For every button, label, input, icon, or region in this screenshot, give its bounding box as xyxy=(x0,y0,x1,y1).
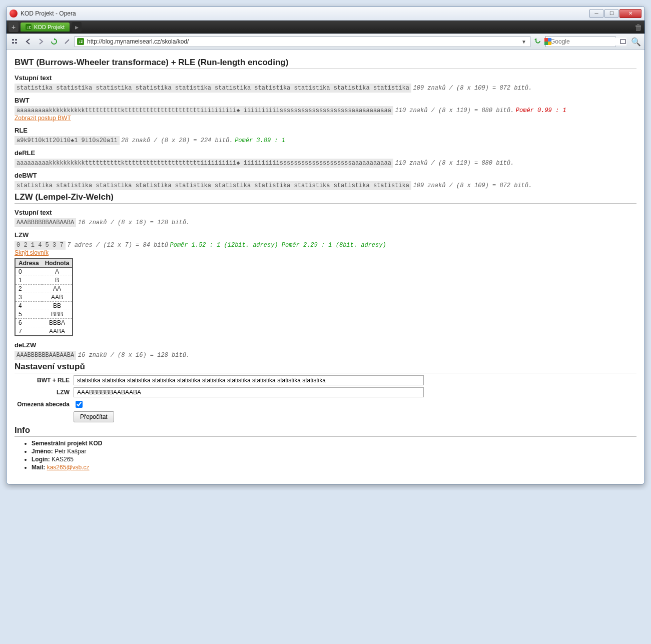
bwt-show-steps-link[interactable]: Zobrazit postup BWT xyxy=(15,115,71,122)
derle-data: aaaaaaaaakkkkkkkkkkttttttttttktttttttttt… xyxy=(15,159,393,168)
dict-cell-address: 6 xyxy=(15,319,42,327)
table-row: 7AABA xyxy=(15,327,73,336)
view-icon[interactable] xyxy=(617,36,628,47)
toolbar: ↓z ▼ 🔍 xyxy=(7,34,644,50)
info-heading: Info xyxy=(15,425,636,437)
dict-cell-address: 0 xyxy=(15,268,42,276)
browser-window: KOD Projekt - Opera ─ ☐ ✕ + ↓z KOD Proje… xyxy=(6,6,645,484)
bwt-input-label: Vstupní text xyxy=(15,74,636,82)
dict-cell-value: B xyxy=(42,276,73,285)
dict-cell-value: AAB xyxy=(42,293,73,302)
search-box[interactable] xyxy=(545,36,615,47)
bwt-input-data: statistika statistika statistika statist… xyxy=(15,84,411,93)
info-mail-label: Mail: xyxy=(32,464,45,471)
delzw-data: AAABBBBBBAABAABA xyxy=(15,351,76,360)
new-tab-button[interactable]: + xyxy=(9,22,19,32)
lzw-input-label: Vstupní text xyxy=(15,209,636,216)
delzw-stats: 16 znaků / (8 x 16) = 128 bitů. xyxy=(78,352,190,359)
search-input[interactable] xyxy=(549,38,626,46)
info-project: Semestrální projekt KOD xyxy=(32,440,102,447)
minimize-button[interactable]: ─ xyxy=(589,9,603,18)
debwt-stats: 109 znaků / (8 x 109) = 872 bitů. xyxy=(413,182,532,189)
tab-active[interactable]: ↓z KOD Projekt xyxy=(21,23,70,32)
wand-icon[interactable] xyxy=(62,36,73,47)
table-row: 5BBB xyxy=(15,310,73,319)
info-list: Semestrální projekt KOD Jméno: Petr Kašp… xyxy=(15,440,636,471)
svg-rect-1 xyxy=(15,39,17,41)
settings-alphabet-label: Omezená abeceda xyxy=(15,401,70,408)
tab-bar: + ↓z KOD Projekt ▸ 🗑 xyxy=(7,21,644,34)
lzw-input-stats: 16 znaků / (8 x 16) = 128 bitů. xyxy=(78,219,190,226)
opera-icon xyxy=(10,10,18,18)
zoom-icon[interactable]: 🔍 xyxy=(630,36,641,47)
lzw-heading: LZW (Lempel-Ziv-Welch) xyxy=(15,192,636,204)
delzw-label: deLZW xyxy=(15,341,636,349)
panel-icon[interactable] xyxy=(10,36,21,47)
bwt-input-stats: 109 znaků / (8 x 109) = 872 bitů. xyxy=(413,85,532,92)
dict-cell-value: BBB xyxy=(42,310,73,319)
close-button[interactable]: ✕ xyxy=(619,9,641,18)
lzw-out-label: LZW xyxy=(15,231,636,239)
maximize-button[interactable]: ☐ xyxy=(604,9,618,18)
dict-header-address: Adresa xyxy=(15,259,42,268)
svg-rect-4 xyxy=(620,40,625,44)
dict-cell-value: AABA xyxy=(42,327,73,336)
tab-label: KOD Projekt xyxy=(34,24,65,30)
table-row: 2AA xyxy=(15,285,73,293)
lzw-out-ratio: Poměr 1.52 : 1 (12bit. adresy) Poměr 2.2… xyxy=(170,242,386,249)
svg-rect-0 xyxy=(12,39,14,41)
tab-next-button[interactable]: ▸ xyxy=(72,22,82,32)
dict-cell-address: 5 xyxy=(15,310,42,319)
info-mail-link[interactable]: kas265@vsb.cz xyxy=(47,464,90,471)
lzw-dict-table: Adresa Hodnota 0A1B2AA3AAB4BB5BBB6BBBA7A… xyxy=(15,258,73,336)
url-input[interactable] xyxy=(86,38,518,46)
dict-cell-value: BBBA xyxy=(42,319,73,327)
info-login-value: KAS265 xyxy=(52,456,74,463)
address-bar[interactable]: ↓z ▼ xyxy=(75,36,530,47)
debwt-data: statistika statistika statistika statist… xyxy=(15,181,411,190)
dict-cell-address: 1 xyxy=(15,276,42,285)
address-favicon: ↓z xyxy=(77,38,84,45)
reload-button[interactable] xyxy=(49,36,60,47)
bwt-out-ratio: Poměr 0.99 : 1 xyxy=(516,107,566,114)
lzw-input-data: AAABBBBBBAABAABA xyxy=(15,218,76,227)
sync-icon[interactable] xyxy=(532,36,543,47)
table-row: 1B xyxy=(15,276,73,285)
dict-cell-address: 3 xyxy=(15,293,42,302)
settings-alphabet-checkbox[interactable] xyxy=(76,401,83,408)
rle-ratio: Poměr 3.89 : 1 xyxy=(235,137,285,144)
dict-cell-address: 7 xyxy=(15,327,42,336)
rle-data: a9k9t10k1t20i10♠1 9i10s20a11 xyxy=(15,136,120,145)
bwt-out-data: aaaaaaaaakkkkkkkkkkttttttttttktttttttttt… xyxy=(15,106,393,115)
table-row: 6BBBA xyxy=(15,319,73,327)
dict-cell-address: 4 xyxy=(15,302,42,310)
settings-lzw-input[interactable] xyxy=(74,387,424,397)
back-button[interactable] xyxy=(23,36,34,47)
dict-cell-value: AA xyxy=(42,285,73,293)
dict-cell-value: A xyxy=(42,268,73,276)
rle-stats: 28 znaků / (8 x 28) = 224 bitů. xyxy=(121,137,233,144)
forward-button[interactable] xyxy=(36,36,47,47)
info-login-label: Login: xyxy=(32,456,50,463)
info-name-label: Jméno: xyxy=(32,448,53,455)
lzw-hide-dict-link[interactable]: Skrýt slovník xyxy=(15,249,49,256)
address-dropdown-icon[interactable]: ▼ xyxy=(520,39,528,45)
page-content: BWT (Burrows-Wheeler transformace) + RLE… xyxy=(7,50,644,484)
recalculate-button[interactable]: Přepočítat xyxy=(74,411,114,422)
settings-bwt-input[interactable] xyxy=(74,375,424,385)
table-row: 0A xyxy=(15,268,73,276)
settings-lzw-label: LZW xyxy=(15,389,70,396)
dict-cell-address: 2 xyxy=(15,285,42,293)
tab-favicon: ↓z xyxy=(26,24,32,30)
table-row: 4BB xyxy=(15,302,73,310)
info-name-value: Petr Kašpar xyxy=(55,448,86,455)
table-row: 3AAB xyxy=(15,293,73,302)
debwt-label: deBWT xyxy=(15,172,636,179)
svg-rect-3 xyxy=(15,42,17,44)
dict-cell-value: BB xyxy=(42,302,73,310)
titlebar: KOD Projekt - Opera ─ ☐ ✕ xyxy=(7,7,644,21)
svg-rect-2 xyxy=(12,42,14,44)
derle-stats: 110 znaků / (8 x 110) = 880 bitů. xyxy=(395,160,514,167)
trash-icon[interactable]: 🗑 xyxy=(634,23,642,31)
bwt-out-stats: 110 znaků / (8 x 110) = 880 bitů. xyxy=(395,107,514,114)
